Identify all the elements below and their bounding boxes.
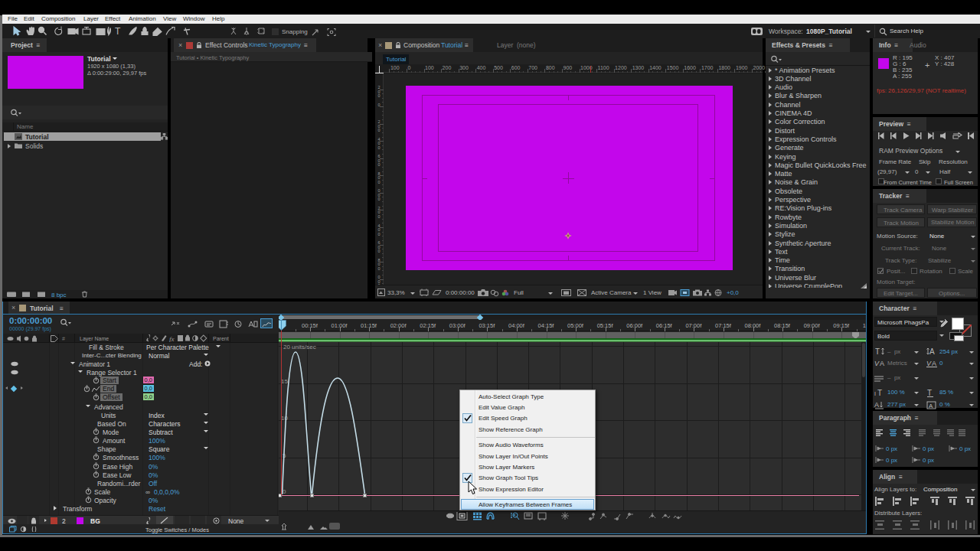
svg-text:V: V <box>874 360 880 367</box>
svg-text:I: I <box>874 391 876 396</box>
svg-text:A: A <box>880 360 884 367</box>
svg-text:fx: fx <box>169 335 175 343</box>
svg-text:V: V <box>926 360 932 367</box>
svg-text:T: T <box>875 347 880 356</box>
svg-text:A: A <box>929 347 935 356</box>
svg-text:A: A <box>929 403 933 409</box>
svg-text:A: A <box>932 360 936 367</box>
svg-text:T: T <box>927 389 932 397</box>
svg-text:A: A <box>874 401 879 409</box>
svg-text:T: T <box>115 26 121 37</box>
svg-text:T: T <box>877 389 882 397</box>
